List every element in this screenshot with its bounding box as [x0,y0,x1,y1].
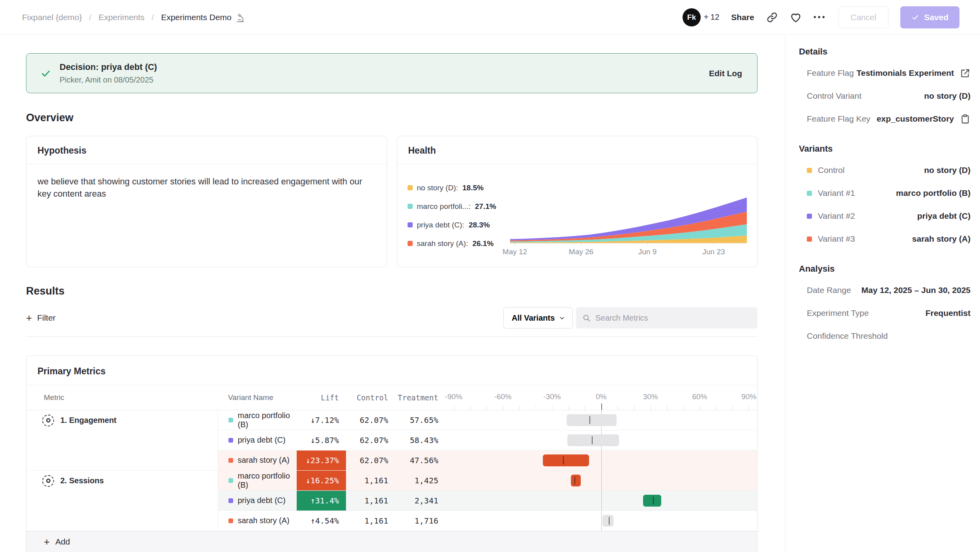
details-sidebar: Details Feature FlagTestimonials Experim… [785,35,980,552]
favorite-heart-icon[interactable] [790,11,802,23]
treatment-value: 47.56% [395,450,445,470]
axis-tick-label: 90% [741,392,756,401]
control-value: 1,161 [346,490,395,511]
sidebar-row-value: Frequentist [926,308,971,318]
x-axis-label: May 12 [503,248,527,256]
collaborator-count: + 12 [704,13,719,22]
confidence-interval-bar [543,454,589,466]
confidence-interval-cell [445,450,757,470]
mean-tick [609,517,610,525]
axis-minor-tick [569,406,569,410]
chevron-down-icon [559,315,565,321]
table-header-row: Metric Variant Name Lift Control Treatme… [26,385,757,410]
metric-name-button[interactable]: 1. Engagement [42,415,218,426]
sidebar-row-value: priya debt (C) [917,211,971,221]
lift-value: ↓23.37% [297,450,346,470]
add-filter-button[interactable]: + Filter [26,313,56,323]
legend-label: sarah story (A): [417,239,468,248]
variant-name-cell: priya debt (C) [218,430,297,450]
breadcrumb-experiments[interactable]: Experiments [99,13,145,22]
variant-color-swatch [807,214,812,219]
decision-check-icon [41,68,51,79]
health-legend-item: priya debt (C): 28.3% [408,216,496,234]
label-text: Date Range [807,285,851,295]
treatment-value: 2,341 [395,490,445,511]
variant-name: priya debt (C) [228,436,297,445]
more-options-icon[interactable]: ••• [814,13,827,22]
variant-color-dot [228,498,233,503]
variant-name: sarah story (A) [228,516,297,525]
confidence-interval-bar [571,475,581,486]
lift-axis: -90%-60%-30%0%30%60%90% [445,385,757,410]
axis-zero-tick [601,404,602,410]
legend-value: 26.1% [472,239,494,248]
label-text: Control [818,165,845,175]
table-row[interactable]: 2. Sessionsmarco portfolio (B)↓16.25%1,1… [26,470,757,490]
metric-name: 2. Sessions [60,476,104,485]
hypothesis-card: Hypothesis we believe that showing custo… [26,136,387,267]
label-text: Control Variant [807,91,862,101]
sidebar-row-label: Date Range [807,285,851,295]
sidebar-row-value: no story (D) [924,91,971,101]
edit-log-button[interactable]: Edit Log [709,69,742,78]
breadcrumb-project[interactable]: Fixpanel {demo} [22,13,82,22]
sidebar-row-label: Confidence Threshold [807,331,888,341]
label-text: Experiment Type [807,308,869,318]
page-title: Experiments Demo [161,13,232,22]
lift-value: ↑4.54% [297,511,346,531]
sidebar-row: Date RangeMay 12, 2025 – Jun 30, 2025 [799,279,971,302]
legend-value: 28.3% [469,221,490,229]
lift-value: ↓16.25% [297,470,346,490]
variants-dropdown[interactable]: All Variants [503,307,573,329]
sidebar-row: Control Variantno story (D) [799,84,971,107]
search-metrics-input[interactable] [595,314,751,323]
metric-cell: 1. Engagement [26,410,218,470]
label-text: Variant #3 [818,234,855,244]
sidebar-row-label: Variant #1 [807,188,855,198]
hypothesis-body[interactable]: we believe that showing customer stories… [26,164,382,211]
lift-value: ↓5.87% [297,430,346,450]
control-value: 62.07% [346,430,395,450]
metric-name-button[interactable]: 2. Sessions [42,475,218,487]
copy-link-icon[interactable] [766,11,778,23]
variant-color-swatch [807,168,812,173]
variant-label: priya debt (C) [238,436,286,445]
add-metric-button[interactable]: + Add [26,531,757,552]
health-legend: no story (D): 18.5%marco portfoli...: 27… [408,178,496,253]
cancel-button[interactable]: Cancel [838,6,888,28]
col-variant: Variant Name [218,385,297,410]
confidence-interval-bar [567,414,617,426]
variant-color-dot [228,518,233,523]
metric-goal-icon [42,475,54,487]
table-row[interactable]: 1. Engagementmarco portfolio (B)↓7.12%62… [26,410,757,430]
axis-tick-label: 0% [596,392,606,401]
sidebar-row-label: Experiment Type [807,308,869,318]
collaborators[interactable]: Fk + 12 [683,8,719,26]
legend-value: 27.1% [475,202,496,211]
add-label: Add [55,537,70,546]
confidence-interval-bar [567,434,619,446]
lift-value: ↓7.12% [297,410,346,430]
sidebar-row: Controlno story (D) [799,159,971,182]
breadcrumb-current-page: Experiments Demo [161,12,246,23]
x-axis-label: May 26 [569,248,593,256]
health-legend-item: sarah story (A): 26.1% [408,234,496,253]
primary-metrics-table: Metric Variant Name Lift Control Treatme… [26,385,757,531]
saved-button[interactable]: Saved [900,6,959,28]
clipboard-icon[interactable] [960,114,971,124]
variants-dropdown-value: All Variants [512,314,555,323]
share-button[interactable]: Share [731,13,754,22]
axis-minor-tick [503,406,503,410]
mean-tick [574,477,575,484]
sidebar-row-value: May 12, 2025 – Jun 30, 2025 [861,285,971,295]
sidebar-row: Variant #2priya debt (C) [799,205,971,227]
avatar[interactable]: Fk [683,8,701,26]
sidebar-row-value: Testimonials Experiment [857,68,954,78]
external-link-icon[interactable] [960,68,971,79]
variant-color-dot [228,478,233,483]
zero-line [601,491,602,511]
label-text: Feature Flag Key [807,114,870,124]
variant-name: marco portfolio (B) [228,411,297,429]
decision-title: Decision: priya debt (C) [60,62,157,72]
confidence-interval-bar [602,515,613,527]
